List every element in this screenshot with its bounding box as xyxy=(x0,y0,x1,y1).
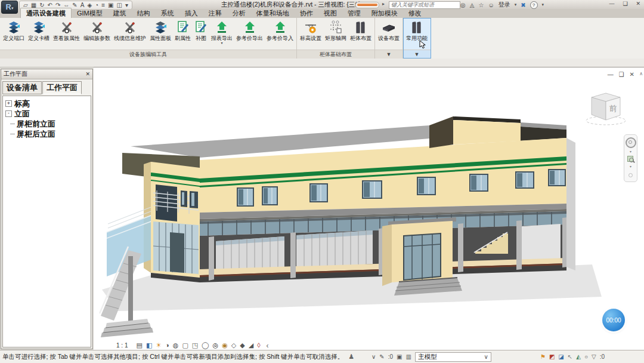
maximize-button[interactable]: ❑ xyxy=(623,1,627,7)
visual-style-icon[interactable]: ◧ xyxy=(146,342,152,349)
select-links-icon[interactable]: ⚑ xyxy=(540,353,546,360)
select-underlay-icon[interactable]: ◩ xyxy=(549,353,555,360)
a360-icon[interactable]: ✖ xyxy=(521,2,525,8)
tab-manage[interactable]: 管理 xyxy=(342,8,366,18)
tab-analyze[interactable]: 分析 xyxy=(227,8,251,18)
section-icon[interactable]: ◔ xyxy=(95,2,98,9)
crop-view-icon[interactable]: ▢ xyxy=(182,342,188,349)
close-inactive-windows-icon[interactable]: ▣ xyxy=(108,2,113,9)
tab-architecture[interactable]: 建筑 xyxy=(108,8,132,18)
communication-center-icon[interactable]: ◬ xyxy=(470,2,475,8)
close-view-icon[interactable]: ✕ xyxy=(630,71,634,78)
text-icon[interactable]: A xyxy=(80,2,85,9)
default-3d-view-icon[interactable]: ◈ xyxy=(87,2,92,9)
shadows-icon[interactable]: ◑ xyxy=(165,342,169,349)
help-caret-icon[interactable]: ▾ xyxy=(542,2,544,7)
tree-item-cabinet-back-elevation[interactable]: 屏柜后立面 xyxy=(4,129,89,139)
rendering-dialog-icon[interactable]: ◍ xyxy=(173,342,179,349)
rect-grid-button[interactable]: 矩形轴网 xyxy=(324,20,348,42)
minimize-view-icon[interactable]: — xyxy=(608,71,614,78)
common-functions-button[interactable]: 常用功能 xyxy=(405,20,429,42)
tab-gim-model[interactable]: GIM模型 xyxy=(72,8,108,18)
show-analytical-model-icon[interactable]: ◆ xyxy=(240,342,244,349)
tab-addins[interactable]: 附加模块 xyxy=(366,8,403,18)
tree-item-levels[interactable]: + 标高 xyxy=(4,99,89,109)
switch-windows-icon[interactable]: ◫ xyxy=(116,2,122,9)
edit-family-params-button[interactable]: 编辑族参数 xyxy=(82,20,112,42)
infocenter-expand-icon[interactable]: ▸ xyxy=(382,1,385,7)
worksets-icon[interactable]: ▣ xyxy=(397,353,402,360)
level-settings-button[interactable]: 标高设置 xyxy=(299,20,323,42)
aligned-dimension-icon[interactable]: ✎ xyxy=(72,2,77,9)
minimize-button[interactable]: — xyxy=(609,1,614,7)
search-input[interactable] xyxy=(389,1,460,9)
ref-price-export-button[interactable]: 参考价导出 xyxy=(235,20,264,42)
scroll-up-icon[interactable]: ∧ xyxy=(639,71,643,76)
tab-collaborate[interactable]: 协作 xyxy=(295,8,318,18)
application-menu-button[interactable]: R▾ xyxy=(1,1,18,14)
drag-on-selection-icon[interactable]: ◭ xyxy=(576,353,581,360)
sign-in-button[interactable]: 登录 xyxy=(499,1,510,9)
tab-systems[interactable]: 系统 xyxy=(156,8,179,18)
unlocked-3d-view-icon[interactable]: ◯ xyxy=(202,342,209,349)
editing-requests-icon[interactable]: ✎ xyxy=(379,353,384,360)
scale-button[interactable]: 1 : 1 xyxy=(116,342,128,349)
device-layout-button[interactable]: 设备布置 xyxy=(377,20,401,42)
temporary-view-properties-icon[interactable]: ◇ xyxy=(231,342,236,349)
temporary-hide-isolate-icon[interactable]: ◎ xyxy=(213,342,219,349)
close-icon[interactable]: ✕ xyxy=(85,71,90,77)
report-export-button[interactable]: 报表导出 ▾ xyxy=(210,20,234,45)
panel-label[interactable]: 柜体基础布置 xyxy=(297,50,374,59)
tab-modify[interactable]: 修改 xyxy=(403,8,427,18)
brush-properties-button[interactable]: 刷属性 xyxy=(174,20,192,42)
zoom-icon[interactable] xyxy=(627,156,634,163)
cabinet-layout-button[interactable]: 柜体布置 xyxy=(349,20,373,42)
tab-device-list[interactable]: 设备清单 xyxy=(2,81,42,94)
tab-comm-device-modeling[interactable]: 通讯设备建模 xyxy=(20,8,72,18)
cable-info-maintain-button[interactable]: 线缆信息维护 xyxy=(113,20,147,42)
building-3d-model[interactable] xyxy=(94,67,644,342)
tab-massing-site[interactable]: 体量和场地 xyxy=(251,8,295,18)
drawing-area[interactable]: — ❑ ✕ ∧ 前 ▾ ▾ 00:00 1 : 1 ▤ ◧ ☀ xyxy=(94,67,644,350)
chevron-down-icon[interactable]: ∨ xyxy=(371,353,376,360)
properties-panel-button[interactable]: 属性面板 xyxy=(148,20,172,42)
select-pinned-icon[interactable]: ◪ xyxy=(558,353,564,360)
sign-in-caret-icon[interactable]: ▾ xyxy=(515,2,517,7)
patch-drawing-button[interactable]: 补图 xyxy=(193,20,209,42)
panel-label[interactable]: ▼ xyxy=(375,50,402,59)
define-port-button[interactable]: 定义端口 xyxy=(2,20,26,42)
tab-work-plane[interactable]: 工作平面 xyxy=(42,81,82,94)
expander-icon[interactable]: + xyxy=(5,100,12,107)
user-icon[interactable]: ☺ xyxy=(488,2,494,8)
define-slot-button[interactable]: 定义卡槽 xyxy=(27,20,51,42)
chevron-down-icon[interactable]: ▾ xyxy=(630,164,631,168)
viewcube[interactable]: 前 xyxy=(584,88,627,130)
thin-lines-icon[interactable]: ≡ xyxy=(101,2,105,9)
tree-item-cabinet-front-elevation[interactable]: 屏柜前立面 xyxy=(4,119,89,129)
detail-level-icon[interactable]: ▤ xyxy=(136,342,142,349)
viewcube-front-face[interactable]: 前 xyxy=(609,104,617,113)
select-by-face-icon[interactable]: ↖ xyxy=(568,353,572,360)
view-family-properties-button[interactable]: 查看族属性 xyxy=(52,20,81,42)
gear-icon[interactable]: ○ xyxy=(584,353,588,360)
chevron-down-icon[interactable]: ▾ xyxy=(630,149,631,153)
scroll-left-icon[interactable]: ‹ xyxy=(267,342,269,350)
workplane-panel-header[interactable]: 工作平面 ✕ xyxy=(1,69,92,79)
tab-structure[interactable]: 结构 xyxy=(132,8,156,18)
gear-icon[interactable] xyxy=(628,173,633,177)
show-crop-region-icon[interactable]: ◳ xyxy=(192,342,198,349)
expander-icon[interactable]: - xyxy=(5,110,12,117)
active-design-option-select[interactable]: 主模型 ∨ xyxy=(415,352,491,362)
tree-item-elevations[interactable]: - 立面 xyxy=(4,109,89,119)
close-button[interactable]: ✕ xyxy=(636,1,640,7)
tab-annotate[interactable]: 注释 xyxy=(203,8,227,18)
tab-insert[interactable]: 插入 xyxy=(179,8,203,18)
customize-qat-icon[interactable]: ▾ xyxy=(125,2,128,9)
panel-label[interactable]: ▼ xyxy=(403,50,431,59)
highlight-displacement-icon[interactable]: ◢ xyxy=(249,342,253,349)
design-options-icon[interactable]: ▥ xyxy=(405,353,411,360)
reveal-constraints-icon[interactable]: ◊ xyxy=(257,342,260,349)
search-icon[interactable]: ◎ xyxy=(460,2,466,8)
help-icon[interactable]: ? xyxy=(530,1,538,9)
favorites-icon[interactable]: ☆ xyxy=(478,2,484,8)
